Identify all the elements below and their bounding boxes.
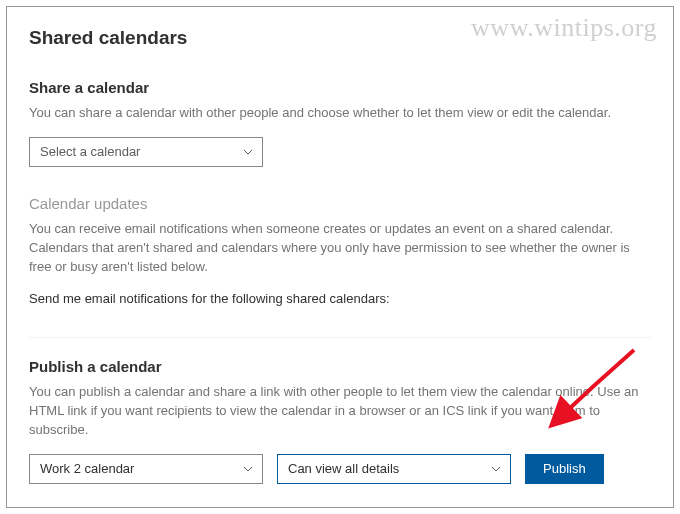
chevron-down-icon — [242, 146, 254, 158]
publish-description: You can publish a calendar and share a l… — [29, 383, 651, 440]
calendar-updates-section: Calendar updates You can receive email n… — [29, 195, 651, 309]
section-divider — [29, 337, 651, 338]
publish-permissions-dropdown[interactable]: Can view all details — [277, 454, 511, 484]
share-description: You can share a calendar with other peop… — [29, 104, 651, 123]
publish-calendar-dropdown[interactable]: Work 2 calendar — [29, 454, 263, 484]
updates-prompt: Send me email notifications for the foll… — [29, 290, 651, 309]
updates-description: You can receive email notifications when… — [29, 220, 651, 277]
chevron-down-icon — [242, 463, 254, 475]
select-calendar-dropdown[interactable]: Select a calendar — [29, 137, 263, 167]
publish-permissions-value: Can view all details — [288, 461, 399, 476]
select-calendar-placeholder: Select a calendar — [40, 144, 140, 159]
chevron-down-icon — [490, 463, 502, 475]
share-calendar-section: Share a calendar You can share a calenda… — [29, 79, 651, 167]
share-heading: Share a calendar — [29, 79, 651, 96]
updates-heading: Calendar updates — [29, 195, 651, 212]
publish-calendar-value: Work 2 calendar — [40, 461, 134, 476]
publish-heading: Publish a calendar — [29, 358, 651, 375]
page-title: Shared calendars — [29, 27, 651, 49]
publish-calendar-section: Publish a calendar You can publish a cal… — [29, 358, 651, 484]
publish-button[interactable]: Publish — [525, 454, 604, 484]
